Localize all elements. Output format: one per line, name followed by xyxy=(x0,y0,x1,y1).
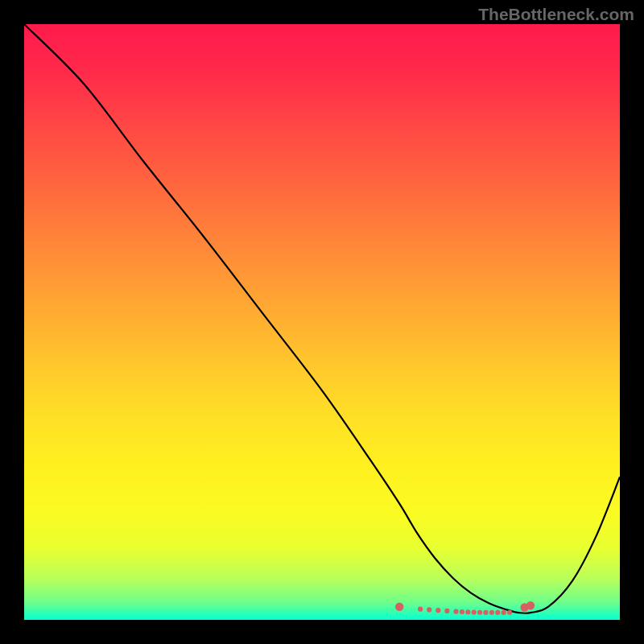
optimal-marker xyxy=(472,609,477,614)
optimal-marker xyxy=(436,608,440,613)
optimal-marker xyxy=(526,601,535,609)
optimal-marker xyxy=(460,609,464,614)
optimal-marker xyxy=(507,610,512,615)
optimal-marker xyxy=(477,610,482,615)
optimal-marker xyxy=(427,607,431,612)
optimal-range-markers xyxy=(395,601,535,615)
optimal-marker xyxy=(418,607,423,612)
optimal-marker xyxy=(483,610,488,615)
watermark-text: TheBottleneck.com xyxy=(478,5,634,24)
optimal-marker xyxy=(395,603,403,611)
optimal-marker xyxy=(465,609,470,614)
optimal-marker xyxy=(502,610,506,615)
optimal-marker xyxy=(453,609,458,614)
bottleneck-curve-svg xyxy=(24,24,620,620)
bottleneck-curve-line xyxy=(24,24,620,613)
chart-plot-area xyxy=(24,24,620,620)
optimal-marker xyxy=(444,609,449,613)
optimal-marker xyxy=(495,610,500,615)
optimal-marker xyxy=(489,610,494,615)
